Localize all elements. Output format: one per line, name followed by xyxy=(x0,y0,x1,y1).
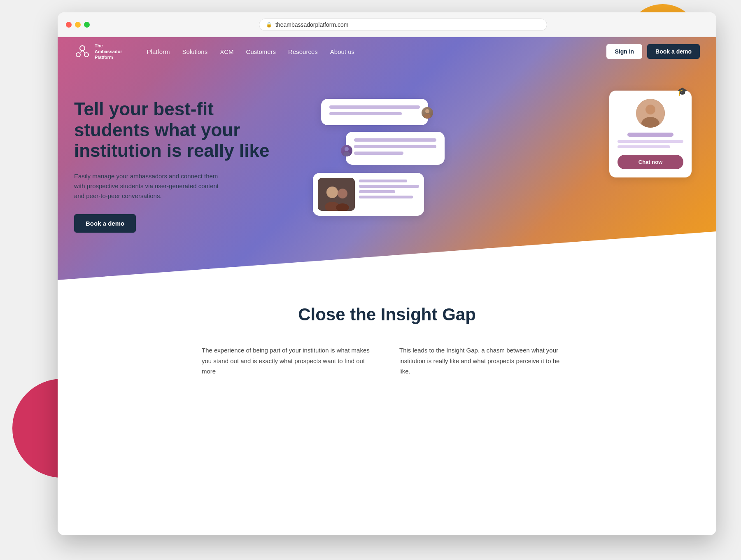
nav-logo: The Ambassador Platform xyxy=(74,43,122,61)
bubble-3-line xyxy=(359,180,407,182)
insight-gap-cols: The experience of being part of your ins… xyxy=(202,345,572,377)
nav-link-customers[interactable]: Customers xyxy=(246,48,276,55)
book-demo-hero-button[interactable]: Book a demo xyxy=(74,214,136,233)
insight-gap-title: Close the Insight Gap xyxy=(74,305,700,324)
insight-gap-col-2: This leads to the Insight Gap, a chasm b… xyxy=(399,345,572,377)
nav-links: Platform Solutions XCM Customers Resourc… xyxy=(147,48,607,55)
browser-chrome: 🔒 theambassadorplatform.com xyxy=(58,12,716,37)
svg-point-11 xyxy=(338,189,347,198)
nav-link-solutions[interactable]: Solutions xyxy=(182,48,208,55)
svg-point-1 xyxy=(76,53,80,57)
logo-icon xyxy=(74,43,91,60)
profile-detail-line xyxy=(618,140,683,143)
hero-subtext: Easily manage your ambassadors and conne… xyxy=(74,171,222,201)
nav-link-platform[interactable]: Platform xyxy=(147,48,170,55)
insight-gap-col-1: The experience of being part of your ins… xyxy=(202,345,375,377)
profile-detail-line xyxy=(618,145,670,148)
book-demo-nav-button[interactable]: Book a demo xyxy=(647,44,700,59)
profile-card: 🎓 Chat now xyxy=(609,91,692,177)
hero-text: Tell your best-fit students what your in… xyxy=(74,91,272,247)
chat-now-button[interactable]: Chat now xyxy=(618,155,683,169)
avatar-small-2 xyxy=(341,145,352,156)
logo-text: The Ambassador Platform xyxy=(95,43,122,61)
msg-line xyxy=(354,152,403,155)
bubble-3-line xyxy=(359,185,419,188)
hero-section: The Ambassador Platform Platform Solutio… xyxy=(58,37,716,280)
svg-point-8 xyxy=(343,152,350,156)
profile-detail-lines xyxy=(618,140,683,148)
traffic-lights xyxy=(66,22,90,28)
bubble-3-line xyxy=(359,190,395,193)
traffic-light-green[interactable] xyxy=(84,22,90,28)
svg-line-4 xyxy=(82,51,85,53)
chat-bubble-3 xyxy=(313,173,424,216)
nav-link-resources[interactable]: Resources xyxy=(288,48,318,55)
signin-button[interactable]: Sign in xyxy=(606,44,642,59)
nav-actions: Sign in Book a demo xyxy=(606,44,700,59)
browser-window: 🔒 theambassadorplatform.com xyxy=(58,12,716,535)
svg-point-0 xyxy=(80,46,85,51)
svg-point-7 xyxy=(345,147,349,151)
bubble-3-photo xyxy=(318,178,355,211)
grad-cap-icon: 🎓 xyxy=(677,86,687,96)
nav-link-xcm[interactable]: XCM xyxy=(220,48,233,55)
profile-name-line xyxy=(627,133,673,137)
hero-heading: Tell your best-fit students what your in… xyxy=(74,99,272,161)
msg-line xyxy=(329,105,420,109)
profile-avatar xyxy=(636,99,665,128)
bubble-3-inner xyxy=(318,178,419,211)
msg-line xyxy=(329,112,402,115)
svg-point-2 xyxy=(84,53,89,57)
website-content: The Ambassador Platform Platform Solutio… xyxy=(58,37,716,535)
nav-link-about[interactable]: About us xyxy=(330,48,354,55)
lock-icon: 🔒 xyxy=(266,22,272,28)
hero-content: Tell your best-fit students what your in… xyxy=(58,66,716,280)
navbar: The Ambassador Platform Platform Solutio… xyxy=(58,37,716,66)
hero-illustrations: 🎓 Chat now xyxy=(288,91,700,247)
insight-gap-text-1: The experience of being part of your ins… xyxy=(202,345,375,377)
bubble-3-line xyxy=(359,196,413,198)
msg-line xyxy=(354,145,436,148)
traffic-light-red[interactable] xyxy=(66,22,72,28)
bottom-section: Close the Insight Gap The experience of … xyxy=(58,280,716,401)
url-text: theambassadorplatform.com xyxy=(275,21,348,28)
avatar-small-1 xyxy=(422,107,433,119)
chat-bubble-2 xyxy=(346,132,445,165)
svg-point-10 xyxy=(326,187,338,198)
svg-line-3 xyxy=(80,51,82,53)
svg-point-6 xyxy=(424,114,431,119)
insight-gap-text-2: This leads to the Insight Gap, a chasm b… xyxy=(399,345,572,377)
svg-point-15 xyxy=(645,105,655,114)
traffic-light-yellow[interactable] xyxy=(75,22,81,28)
address-bar: 🔒 theambassadorplatform.com xyxy=(259,19,547,31)
msg-line xyxy=(354,138,436,142)
bubble-3-lines xyxy=(359,178,419,211)
chat-bubble-1 xyxy=(321,99,428,125)
svg-point-5 xyxy=(425,109,429,113)
